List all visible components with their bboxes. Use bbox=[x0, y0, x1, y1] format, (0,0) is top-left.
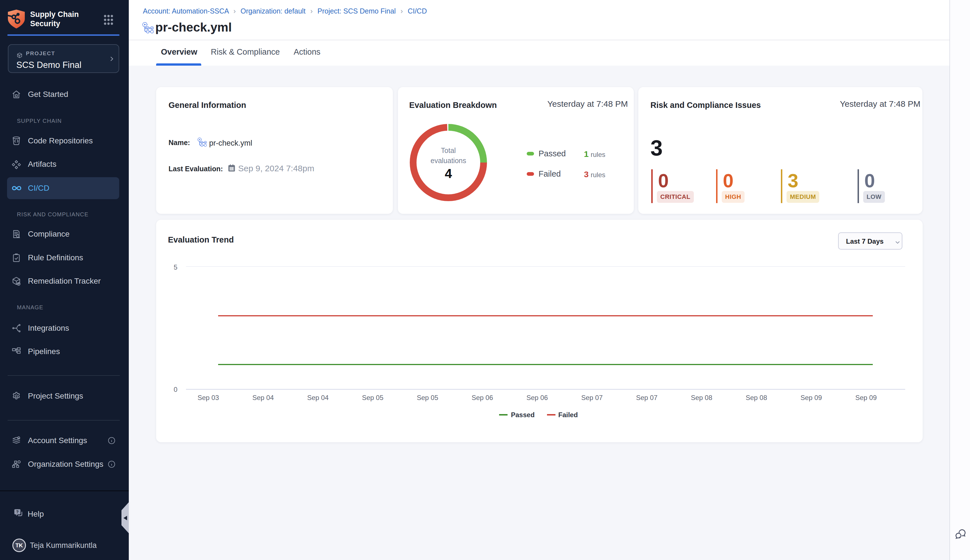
svg-text:?: ? bbox=[16, 509, 18, 514]
